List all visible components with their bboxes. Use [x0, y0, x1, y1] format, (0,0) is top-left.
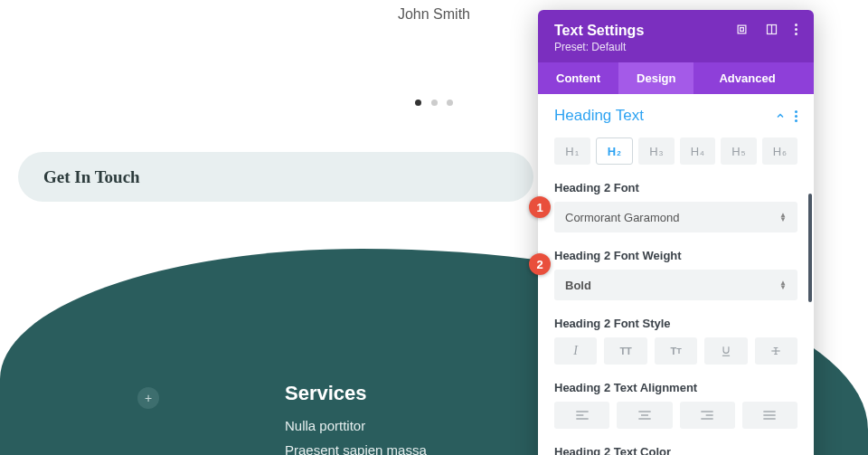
select-arrows-icon: ▲▼: [779, 280, 787, 289]
align-right-button[interactable]: [680, 402, 735, 429]
footer-link[interactable]: Praesent sapien massa: [285, 442, 427, 455]
weight-select[interactable]: Bold ▲▼: [554, 270, 797, 300]
weight-label: Heading 2 Font Weight: [554, 249, 797, 262]
underline-button[interactable]: [704, 337, 747, 365]
style-label: Heading 2 Font Style: [554, 317, 797, 330]
dot-1[interactable]: [415, 100, 421, 106]
font-select[interactable]: Cormorant Garamond ▲▼: [554, 202, 797, 232]
modal-title: Text Settings: [554, 23, 644, 39]
expand-icon[interactable]: [735, 23, 749, 36]
font-value: Cormorant Garamond: [565, 211, 679, 224]
strikethrough-button[interactable]: [755, 337, 797, 365]
more-icon[interactable]: [795, 24, 797, 35]
weight-value: Bold: [565, 279, 591, 292]
tab-content[interactable]: Content: [538, 62, 618, 94]
dot-2[interactable]: [431, 100, 438, 106]
get-in-touch-pill: Get In Touch: [18, 152, 533, 202]
uppercase-button[interactable]: TT: [604, 337, 646, 365]
capitalize-button[interactable]: TT: [655, 337, 697, 365]
color-label: Heading 2 Text Color: [554, 445, 797, 455]
tab-design[interactable]: Design: [618, 62, 693, 94]
section-more-icon[interactable]: [795, 110, 797, 122]
modal-preset[interactable]: Preset: Default: [554, 41, 644, 53]
align-label: Heading 2 Text Alignment: [554, 381, 797, 394]
get-in-touch-heading: Get In Touch: [43, 167, 140, 187]
alignment-row: [554, 402, 797, 429]
heading-level-selector: H1 H2 H3 H4 H5 H6: [554, 137, 797, 165]
heading-h4[interactable]: H4: [680, 137, 716, 165]
add-section-button[interactable]: +: [137, 387, 159, 409]
text-settings-modal: Text Settings Preset: Default Content De…: [538, 10, 814, 455]
align-center-button[interactable]: [617, 402, 672, 429]
heading-h2[interactable]: H2: [596, 137, 634, 165]
italic-button[interactable]: I: [554, 337, 597, 365]
align-justify-button[interactable]: [742, 402, 797, 429]
heading-h1[interactable]: H1: [554, 137, 590, 165]
annotation-1: 1: [529, 196, 551, 218]
dot-3[interactable]: [447, 100, 453, 106]
settings-panel: Heading Text H1 H2 H3 H4 H5 H6 Heading 2…: [538, 94, 814, 455]
select-arrows-icon: ▲▼: [779, 213, 787, 222]
modal-tabs: Content Design Advanced: [538, 62, 814, 94]
columns-icon[interactable]: [765, 23, 778, 36]
footer-link[interactable]: Nulla porttitor: [285, 418, 427, 433]
font-style-row: I TT TT: [554, 337, 797, 365]
svg-rect-0: [738, 25, 746, 33]
heading-h5[interactable]: H5: [721, 137, 757, 165]
font-label: Heading 2 Font: [554, 181, 797, 194]
annotation-2: 2: [529, 253, 551, 275]
heading-h6[interactable]: H6: [762, 137, 798, 165]
align-left-button[interactable]: [554, 402, 609, 429]
svg-rect-1: [741, 28, 744, 32]
heading-h3[interactable]: H3: [638, 137, 675, 165]
scrollbar[interactable]: [808, 194, 812, 302]
tab-advanced[interactable]: Advanced: [701, 62, 793, 94]
footer-services-title: Services: [285, 382, 427, 405]
chevron-up-icon[interactable]: [775, 110, 786, 121]
panel-section-title[interactable]: Heading Text: [554, 107, 644, 125]
